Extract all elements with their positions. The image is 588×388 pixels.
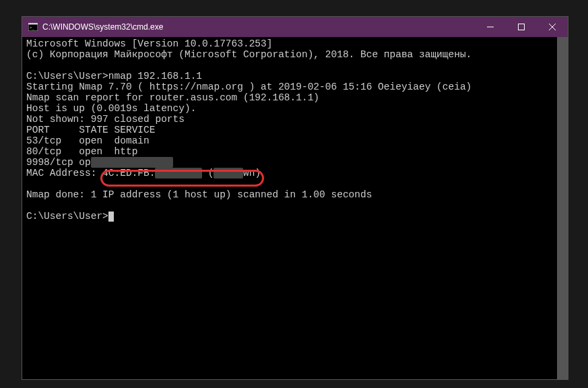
mac-address-value: 4C:ED:FB: (96, 168, 155, 179)
window-controls (475, 17, 568, 37)
output-line: 80/tcp open http (26, 146, 137, 157)
redacted-vendor: Unkno (214, 168, 243, 179)
terminal-body[interactable]: Microsoft Windows [Version 10.0.17763.25… (22, 37, 568, 379)
window-title: C:\WINDOWS\system32\cmd.exe (42, 22, 475, 32)
scrollbar-thumb[interactable] (557, 37, 568, 379)
output-line: 9998/tcp op (26, 157, 91, 168)
close-button[interactable] (537, 17, 568, 37)
output-line: Nmap scan report for router.asus.com (19… (26, 92, 319, 103)
scrollbar[interactable] (557, 37, 568, 379)
output-line: Starting Nmap 7.70 ( https://nmap.org ) … (26, 82, 471, 92)
output-line: Host is up (0.0019s latency). (26, 103, 196, 114)
output-line: Not shown: 997 closed ports (26, 114, 185, 125)
output-line: 53/tcp open domain (26, 135, 150, 146)
prompt: C:\Users\User> (26, 211, 108, 222)
svg-rect-4 (519, 24, 525, 30)
output-line: (c) Корпорация Майкрософт (Microsoft Cor… (26, 49, 471, 60)
cursor (108, 212, 114, 222)
titlebar[interactable]: >_ C:\WINDOWS\system32\cmd.exe (22, 17, 568, 37)
mac-address-label: MAC Address: (26, 168, 96, 179)
maximize-button[interactable] (506, 17, 537, 37)
terminal-output: Microsoft Windows [Version 10.0.17763.25… (26, 38, 564, 222)
prompt: C:\Users\User> (26, 71, 108, 82)
command: nmap 192.168.1.1 (108, 71, 202, 82)
svg-text:>_: >_ (30, 25, 35, 30)
cmd-window: >_ C:\WINDOWS\system32\cmd.exe Microsoft… (22, 16, 568, 380)
output-line: Nmap done: 1 IP address (1 host up) scan… (26, 189, 372, 200)
output-line: PORT STATE SERVICE (26, 125, 155, 135)
minimize-button[interactable] (475, 17, 506, 37)
mac-suffix: wn) (243, 168, 261, 179)
cmd-icon: >_ (28, 22, 38, 32)
mac-paren: ( (202, 168, 214, 179)
redacted-text: en distinct52 (91, 157, 173, 168)
redacted-mac: XX:XX:XX (155, 168, 202, 179)
output-line: Microsoft Windows [Version 10.0.17763.25… (26, 38, 272, 49)
